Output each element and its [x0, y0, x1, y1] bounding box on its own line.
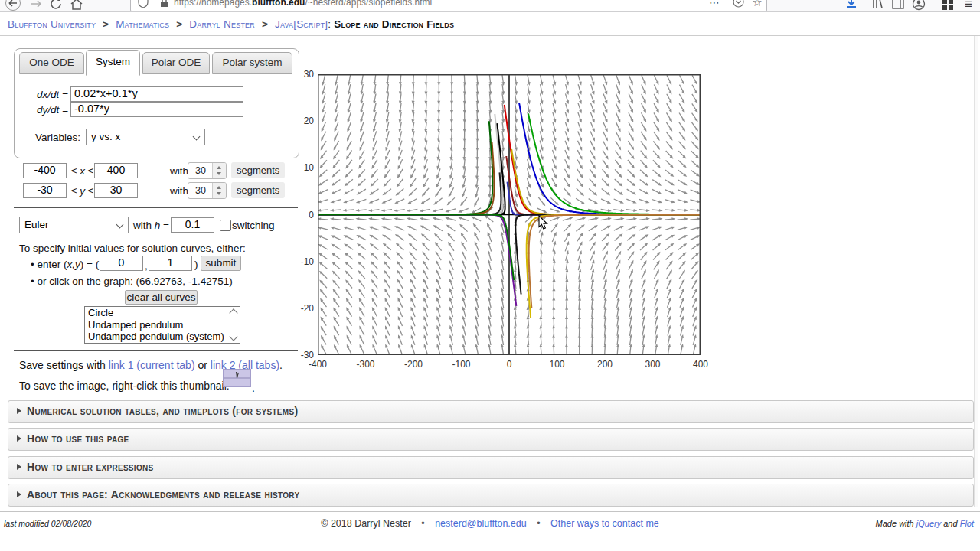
flot-link[interactable]: Flot: [960, 519, 974, 528]
url-bar[interactable]: https://homepages.bluffton.edu/~nesterd/…: [130, 0, 767, 12]
download-icon[interactable]: [844, 0, 859, 12]
variables-label: Variables:: [35, 132, 80, 143]
y-segments-spinner[interactable]: 30: [188, 182, 227, 199]
dxdt-input[interactable]: 0.02*x+0.1*y: [70, 86, 243, 102]
click-graph-label: • or click on the graph: (66.92763, -1.4…: [31, 276, 233, 287]
y-tick-label: 30: [289, 69, 314, 80]
account-icon[interactable]: [911, 0, 926, 12]
preset-item-undamped-pendulum[interactable]: Undamped pendulum: [85, 319, 240, 331]
method-select[interactable]: Euler: [19, 217, 129, 233]
variables-select[interactable]: y vs. x: [86, 129, 205, 145]
initial-x-input[interactable]: 0: [100, 256, 143, 271]
y-tick-label: 0: [289, 210, 314, 220]
plot-thumbnail[interactable]: [223, 369, 251, 387]
sidebar-icon[interactable]: [890, 0, 906, 12]
clear-all-curves-button[interactable]: clear all curves: [125, 290, 198, 305]
back-icon[interactable]: [5, 0, 20, 12]
breadcrumb-link-bluffton[interactable]: Bluffton University: [8, 18, 96, 30]
comma-label: ,: [145, 260, 148, 272]
breadcrumb-link-javascript[interactable]: Java[Script]: [275, 18, 328, 30]
overflow-menu-icon[interactable]: ⋯: [707, 0, 722, 10]
library-icon[interactable]: [870, 0, 885, 12]
grid-icon[interactable]: [940, 0, 956, 12]
x-segments-label: segments: [231, 162, 285, 178]
x-min-input[interactable]: -400: [23, 163, 67, 178]
tab-one-ode[interactable]: One ODE: [19, 52, 84, 74]
accordion-enter-expressions[interactable]: How to enter expressions: [8, 456, 974, 479]
enter-xy-label: • enter (x,y) = (: [31, 259, 99, 270]
h-label: with h =: [133, 220, 169, 231]
triangle-right-icon: [17, 435, 21, 442]
y-tick-label: -20: [289, 303, 314, 314]
x-tick-label: 0: [490, 359, 528, 370]
y-max-input[interactable]: 30: [94, 183, 138, 198]
shield-icon: [136, 0, 151, 11]
submit-button[interactable]: submit: [201, 256, 241, 271]
listbox-scrollbar[interactable]: [227, 307, 240, 343]
y-segments-spin-buttons[interactable]: [212, 183, 226, 198]
x-tick-label: -400: [299, 359, 337, 370]
x-tick-label: 100: [538, 359, 577, 370]
contact-link[interactable]: Other ways to contact me: [550, 518, 659, 529]
y-min-input[interactable]: -30: [23, 183, 67, 198]
triangle-right-icon: [17, 491, 21, 497]
y-segments-value: 30: [188, 183, 213, 198]
forward-icon[interactable]: [29, 0, 44, 12]
initial-y-input[interactable]: 1: [149, 256, 192, 271]
x-range-label: ≤ x ≤: [71, 165, 93, 177]
pocket-icon[interactable]: [730, 0, 746, 11]
breadcrumb-separator: >: [176, 18, 182, 30]
spin-up-icon: [217, 186, 221, 189]
bullet-separator: •: [537, 518, 540, 529]
x-max-input[interactable]: 400: [94, 163, 138, 178]
spin-up-icon: [217, 166, 221, 169]
breadcrumb-link-mathematics[interactable]: Mathematics: [116, 18, 169, 30]
save-link-1[interactable]: link 1 (current tab): [109, 359, 195, 371]
y-segments-label: segments: [231, 182, 285, 198]
accordion-about-page[interactable]: About this page: Acknowledgments and rel…: [8, 484, 974, 507]
tab-polar-system[interactable]: Polar system: [212, 52, 292, 74]
breadcrumb-separator: >: [103, 18, 109, 30]
method-value: Euler: [24, 219, 49, 230]
h-input[interactable]: 0.1: [171, 217, 214, 233]
scroll-up-icon: [229, 308, 237, 317]
made-with-label: Made with jQuery and Flot: [876, 519, 974, 528]
initial-values-intro: To specify initial values for solution c…: [19, 243, 246, 254]
page-scrollbar[interactable]: [974, 36, 978, 507]
preset-item-circle[interactable]: Circle: [85, 307, 240, 319]
y-range-label: ≤ y ≤: [71, 185, 93, 197]
accordion-how-to-use[interactable]: How to use this page: [8, 428, 974, 451]
footer-divider: [0, 511, 980, 512]
accordion-label: Numerical solution tables, and timeplots…: [27, 405, 298, 417]
breadcrumb-link-darryl-nester[interactable]: Darryl Nester: [189, 18, 255, 30]
dydt-input[interactable]: -0.07*y: [70, 102, 243, 117]
direction-field-plot[interactable]: [318, 74, 701, 355]
preset-item-undamped-pendulum-system[interactable]: Undamped pendulum (system): [85, 331, 240, 343]
page: https://homepages.bluffton.edu/~nesterd/…: [0, 0, 980, 551]
jquery-link[interactable]: jQuery: [916, 519, 941, 528]
close-paren-label: ): [194, 259, 198, 270]
switching-checkbox[interactable]: [220, 220, 231, 231]
tab-system[interactable]: System: [86, 50, 140, 76]
y-tick-label: 20: [289, 116, 314, 126]
tab-polar-ode[interactable]: Polar ODE: [142, 52, 210, 74]
reload-icon[interactable]: [49, 0, 64, 12]
x-segments-spin-buttons[interactable]: [212, 163, 226, 178]
copyright-label: © 2018 Darryl Nester: [321, 518, 411, 529]
plot-area: [318, 74, 701, 355]
menu-icon[interactable]: ≡: [961, 0, 976, 12]
breadcrumb-separator: >: [262, 18, 268, 30]
y-tick-label: 10: [289, 162, 314, 173]
y-with-label: with: [170, 185, 188, 197]
x-segments-spinner[interactable]: 30: [188, 162, 227, 179]
bookmark-star-icon[interactable]: ☆: [750, 0, 765, 10]
period-label: .: [252, 382, 255, 394]
preset-listbox[interactable]: Circle Undamped pendulum Undamped pendul…: [84, 306, 240, 344]
spin-down-icon: [217, 192, 221, 195]
accordion-numerical-tables[interactable]: Numerical solution tables, and timeplots…: [8, 400, 974, 423]
url-text: https://homepages.bluffton.edu/~nesterd/…: [174, 0, 432, 8]
home-icon[interactable]: [69, 0, 84, 12]
lock-icon: [156, 0, 172, 11]
email-link[interactable]: nesterd@bluffton.edu: [435, 518, 527, 529]
x-with-label: with: [170, 165, 188, 177]
